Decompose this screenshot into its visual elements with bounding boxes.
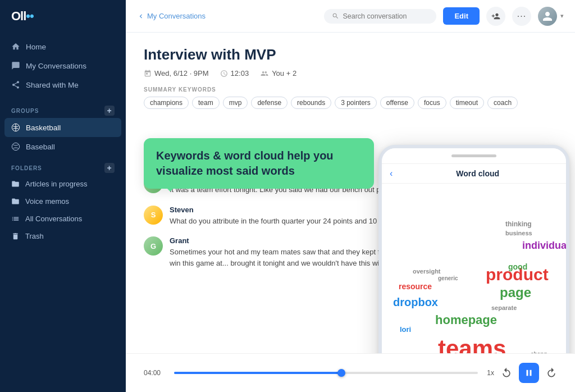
sidebar-item-my-conversations[interactable]: My Conversations xyxy=(0,56,126,75)
sidebar-main-nav: Home My Conversations Shared with Me xyxy=(0,33,126,99)
rewind-icon xyxy=(501,367,512,379)
word-cloud-word: business xyxy=(505,230,532,236)
sidebar-folder-voice[interactable]: Voice memos xyxy=(0,193,126,210)
search-icon xyxy=(332,12,339,20)
chat-icon xyxy=(11,61,20,70)
list-icon xyxy=(11,215,20,223)
clock-icon xyxy=(220,70,228,78)
phone-notch xyxy=(382,148,566,164)
message-avatar: S xyxy=(144,206,163,225)
more-options-button[interactable]: ··· xyxy=(512,7,531,26)
phone-back-button[interactable]: ‹ xyxy=(390,168,393,179)
home-icon xyxy=(11,42,20,51)
phone-title: Word cloud xyxy=(397,169,558,178)
baseball-icon xyxy=(11,142,20,151)
folder-icon xyxy=(11,180,20,188)
app-logo: Oll•• xyxy=(11,9,34,24)
sidebar-folder-all-conversations[interactable]: All Conversations xyxy=(0,210,126,227)
audio-seekbar[interactable] xyxy=(174,372,478,374)
keyword-tag[interactable]: 3 pointers xyxy=(335,97,377,109)
edit-button[interactable]: Edit xyxy=(443,7,480,25)
content-area: Interview with MVP Wed, 6/12 · 9PM 12:03… xyxy=(126,33,575,353)
sidebar-group-basketball[interactable]: Basketball xyxy=(4,118,121,137)
meta-participants-label: You + 2 xyxy=(272,69,296,78)
logo-dots: •• xyxy=(26,9,33,23)
message-avatar: G xyxy=(144,236,163,256)
word-cloud-word: chang xyxy=(531,351,547,353)
keywords-section: SUMMARY KEYWORDS championsteammvpdefense… xyxy=(144,86,557,109)
play-pause-button[interactable] xyxy=(519,363,539,383)
meta-duration-label: 12:03 xyxy=(231,69,249,78)
sidebar-item-home[interactable]: Home xyxy=(0,37,126,56)
word-cloud-word: homepage xyxy=(435,313,497,327)
notch-bar xyxy=(451,154,496,157)
conversation-meta: Wed, 6/12 · 9PM 12:03 You + 2 xyxy=(144,69,557,78)
keyword-tag[interactable]: timeout xyxy=(450,97,484,109)
meta-duration: 12:03 xyxy=(220,69,249,78)
word-cloud-word: teams xyxy=(438,335,506,353)
add-user-button[interactable] xyxy=(486,7,505,26)
user-avatar[interactable] xyxy=(538,7,557,26)
logo-area: Oll•• xyxy=(0,0,126,33)
playback-speed[interactable]: 1x xyxy=(487,369,494,377)
sidebar-item-shared-label: Shared with Me xyxy=(26,81,79,89)
keyword-tag[interactable]: champions xyxy=(144,97,189,109)
all-conversations-label: All Conversations xyxy=(25,215,82,223)
tooltip-bubble: Keywords & word cloud help you visualize… xyxy=(144,138,374,189)
topbar: My Conversations Edit ··· ▾ xyxy=(126,0,575,33)
word-cloud-word: navigation xyxy=(466,352,522,353)
sidebar-folder-articles[interactable]: Articles in progress xyxy=(0,175,126,193)
audio-thumb[interactable] xyxy=(337,369,345,377)
basketball-label: Basketball xyxy=(26,124,61,132)
back-button[interactable]: My Conversations xyxy=(137,12,206,20)
word-cloud: teamsproducthomepagenavigationdropboxpag… xyxy=(382,184,566,353)
forward-button[interactable] xyxy=(546,367,557,379)
avatar-icon xyxy=(542,11,553,22)
add-group-button[interactable]: + xyxy=(104,106,115,116)
sidebar: Oll•• Home My Conversations Shared with … xyxy=(0,0,126,392)
word-cloud-word: generic xyxy=(438,275,458,281)
svg-point-1 xyxy=(12,143,19,150)
meta-participants: You + 2 xyxy=(260,69,296,78)
word-cloud-word: thinking xyxy=(505,220,532,228)
pause-icon xyxy=(524,368,534,378)
search-input[interactable] xyxy=(343,12,421,20)
meta-date: Wed, 6/12 · 9PM xyxy=(144,69,209,78)
word-cloud-word: oversight xyxy=(413,268,441,275)
voice-memos-label: Voice memos xyxy=(25,197,69,206)
word-cloud-word: individual xyxy=(522,240,566,252)
sidebar-item-shared[interactable]: Shared with Me xyxy=(0,75,126,94)
main-content: My Conversations Edit ··· ▾ Interview wi… xyxy=(126,0,575,392)
groups-section-label: GROUPS + xyxy=(0,99,126,118)
forward-icon xyxy=(546,367,557,379)
trash-label: Trash xyxy=(25,232,44,240)
search-bar[interactable] xyxy=(324,9,436,24)
rewind-button[interactable] xyxy=(501,367,512,379)
word-cloud-word: lori xyxy=(400,325,411,334)
meta-date-label: Wed, 6/12 · 9PM xyxy=(154,69,209,78)
keyword-tag[interactable]: focus xyxy=(418,97,446,109)
add-user-icon xyxy=(491,12,500,21)
keyword-tag[interactable]: rebounds xyxy=(291,97,331,109)
keyword-tag[interactable]: team xyxy=(192,97,220,109)
sidebar-item-home-label: Home xyxy=(26,43,46,51)
avatar-chevron-icon[interactable]: ▾ xyxy=(560,12,564,20)
sidebar-group-baseball[interactable]: Baseball xyxy=(0,137,126,156)
calendar-icon xyxy=(144,70,152,78)
word-cloud-word: page xyxy=(500,285,531,300)
phone-mockup: ‹ Word cloud teamsproducthomepagenavigat… xyxy=(378,145,569,353)
keyword-tag[interactable]: mvp xyxy=(223,97,248,109)
back-arrow-icon xyxy=(137,12,145,20)
sidebar-folder-trash[interactable]: Trash xyxy=(0,227,126,245)
word-cloud-word: dropbox xyxy=(393,296,438,309)
add-folder-button[interactable]: + xyxy=(104,163,115,173)
audio-controls: 1x xyxy=(487,363,557,383)
folder-voice-icon xyxy=(11,197,20,206)
word-cloud-word: separate xyxy=(491,304,517,311)
people-icon xyxy=(260,70,269,78)
keyword-tag[interactable]: coach xyxy=(487,97,518,109)
back-label: My Conversations xyxy=(147,12,206,20)
word-cloud-word: resource xyxy=(399,282,432,291)
keyword-tag[interactable]: offense xyxy=(380,97,414,109)
keyword-tag[interactable]: defense xyxy=(251,97,288,109)
